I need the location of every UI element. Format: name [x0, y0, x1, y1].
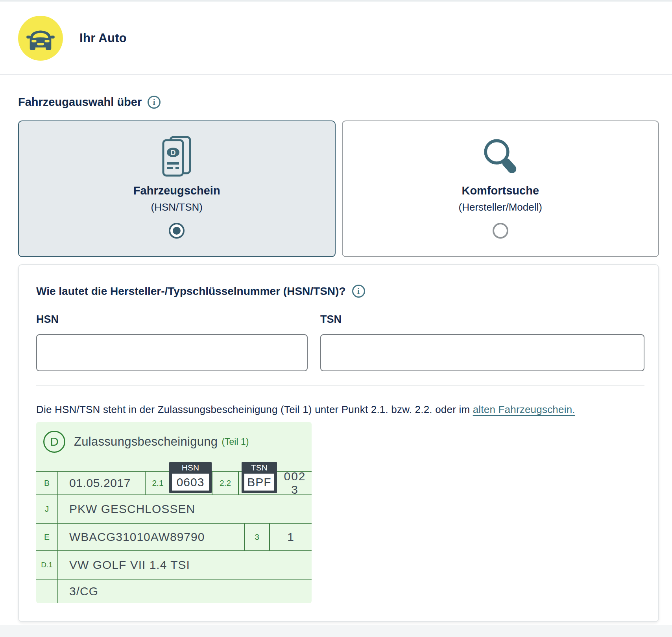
page-bottom-background [0, 625, 672, 637]
table-row-d1: D.1 VW GOLF VII 1.4 TSI [36, 551, 312, 580]
row-b-rest: 002 3 [278, 470, 312, 496]
page-title: Ihr Auto [79, 31, 127, 45]
registration-document-sample: D Zulassungsbescheinigung (Teil 1) B 01.… [36, 422, 312, 603]
row-b-date: 01.05.2017 [58, 472, 146, 494]
tsn-badge-value: BPF [244, 474, 274, 491]
selection-cards: D Fahrzeugschein (HSN/TSN) Komfortsuche … [18, 120, 659, 257]
hsn-tsn-question: Wie lautet die Hersteller-/Typschlüsseln… [36, 285, 346, 298]
hsn-label: HSN [36, 313, 308, 326]
row-b-point-2-1: 2.1 [146, 478, 170, 488]
row-b-key: B [36, 472, 58, 494]
help-text: Die HSN/TSN steht in der Zulassungsbesch… [36, 404, 644, 416]
magnifier-icon [480, 136, 521, 177]
row-j-value: PKW GESCHLOSSEN [58, 495, 312, 523]
hsn-tsn-form-card: Wie lautet die Hersteller-/Typschlüsseln… [18, 264, 659, 622]
row-d1-key: D.1 [36, 551, 58, 579]
info-icon[interactable]: i [148, 96, 161, 109]
option-card-komfortsuche[interactable]: Komfortsuche (Hersteller/Modell) [342, 120, 659, 257]
table-row-b: B 01.05.2017 2.1 HSN 0603 2.2 TSN BPF [36, 472, 312, 495]
doc-title-suffix: (Teil 1) [222, 437, 249, 447]
svg-text:D: D [171, 149, 176, 157]
row-last-key [36, 580, 58, 603]
row-last-value: 3/CG [58, 580, 312, 603]
row-e-key: E [36, 524, 58, 550]
tsn-input[interactable] [320, 334, 644, 371]
registration-document-icon: D [160, 135, 193, 178]
doc-title: Zulassungsbescheinigung [74, 435, 218, 449]
hsn-badge-label: HSN [169, 462, 212, 474]
help-text-prefix: Die HSN/TSN steht in der Zulassungsbesch… [36, 404, 473, 415]
vehicle-selection-label: Fahrzeugauswahl über [18, 96, 142, 109]
car-icon [25, 25, 56, 51]
doc-d-badge: D [43, 431, 65, 453]
row-e-value: WBACG31010AW89790 [58, 524, 245, 550]
table-row-last: 3/CG [36, 580, 312, 603]
radio-komfortsuche-unselected[interactable] [493, 223, 508, 239]
option-card-fahrzeugschein[interactable]: D Fahrzeugschein (HSN/TSN) [18, 120, 336, 257]
option-title-fahrzeugschein: Fahrzeugschein [133, 184, 220, 197]
row-e-col2: 3 [245, 524, 270, 550]
info-icon-hsn-tsn[interactable]: i [352, 285, 365, 298]
row-e-col3: 1 [270, 524, 312, 550]
hsn-highlight-badge: HSN 0603 [169, 462, 212, 493]
hsn-badge-value: 0603 [172, 474, 209, 491]
row-d1-value: VW GOLF VII 1.4 TSI [58, 551, 312, 579]
row-b-point-2-2: 2.2 [212, 472, 239, 494]
tsn-badge-label: TSN [242, 462, 277, 474]
hsn-input[interactable] [36, 334, 308, 371]
doc-table: B 01.05.2017 2.1 HSN 0603 2.2 TSN BPF [36, 471, 312, 603]
radio-fahrzeugschein-selected[interactable] [169, 223, 185, 239]
option-subtitle-komfortsuche: (Hersteller/Modell) [459, 201, 542, 213]
option-subtitle-fahrzeugschein: (HSN/TSN) [151, 201, 203, 213]
old-fahrzeugschein-link[interactable]: alten Fahrzeugschein. [473, 404, 575, 415]
table-row-e: E WBACG31010AW89790 3 1 [36, 524, 312, 551]
option-title-komfortsuche: Komfortsuche [462, 184, 539, 197]
table-row-j: J PKW GESCHLOSSEN [36, 495, 312, 524]
form-divider [36, 385, 644, 386]
row-j-key: J [36, 495, 58, 523]
tsn-label: TSN [320, 313, 644, 326]
tsn-highlight-badge: TSN BPF [242, 462, 277, 493]
section-header: Ihr Auto [0, 2, 672, 75]
section-icon-badge [18, 16, 63, 61]
